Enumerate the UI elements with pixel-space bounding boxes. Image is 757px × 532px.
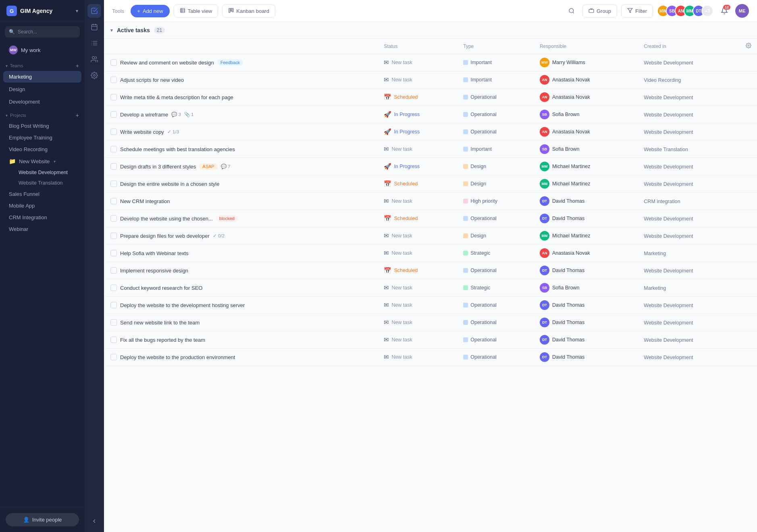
add-project-button[interactable]: +	[76, 112, 79, 118]
type-badge: Operational	[463, 94, 528, 100]
sidebar-item-webinar[interactable]: Webinar	[3, 224, 81, 235]
row-checkbox[interactable]	[110, 267, 117, 274]
row-checkbox[interactable]	[110, 337, 117, 343]
list-icon-btn[interactable]	[87, 36, 101, 50]
add-team-button[interactable]: +	[76, 62, 79, 69]
table-row[interactable]: Fix all the bugs reported by the team ✉ …	[104, 331, 757, 349]
task-name-text[interactable]: Develop a wireframe	[120, 112, 168, 118]
row-actions	[740, 227, 757, 245]
row-checkbox[interactable]	[110, 181, 117, 187]
table-row[interactable]: Write website copy✓ 1/3 🚀 In Progress Op…	[104, 123, 757, 141]
notifications-button[interactable]: 12	[717, 4, 731, 18]
table-view-button[interactable]: Table view	[174, 4, 218, 18]
task-name-text[interactable]: Deploy the website to the development ho…	[120, 302, 245, 308]
sidebar-item-marketing[interactable]: Marketing	[3, 71, 81, 83]
table-row[interactable]: Design drafts in 3 different stylesASAP💬…	[104, 158, 757, 175]
table-row[interactable]: Schedule meetings with best translation …	[104, 141, 757, 158]
sidebar-item-new-website[interactable]: 📁 New Website ▾	[3, 156, 81, 167]
row-checkbox[interactable]	[110, 129, 117, 135]
tasks-icon-btn[interactable]	[87, 4, 101, 18]
table-row[interactable]: Send new website link to the team ✉ New …	[104, 314, 757, 331]
sidebar-item-website-development[interactable]: Website Development	[3, 168, 81, 177]
sidebar-item-design[interactable]: Design	[3, 83, 81, 95]
task-name-text[interactable]: Deploy the website to the production env…	[120, 354, 235, 360]
row-checkbox[interactable]	[110, 319, 117, 326]
avatar-extra[interactable]: +3	[701, 5, 713, 17]
tools-tab[interactable]: Tools	[112, 8, 124, 14]
type-label: Important	[470, 146, 492, 152]
table-row[interactable]: Deploy the website to the development ho…	[104, 297, 757, 314]
table-row[interactable]: Conduct keyword research for SEO ✉ New t…	[104, 279, 757, 297]
row-checkbox[interactable]	[110, 77, 117, 83]
row-checkbox[interactable]	[110, 94, 117, 100]
task-name-text[interactable]: Review and comment on website design	[120, 60, 214, 66]
row-checkbox[interactable]	[110, 215, 117, 222]
table-row[interactable]: Implement responsive design 📅 Scheduled …	[104, 262, 757, 279]
invite-people-button[interactable]: 👤 Invite people	[6, 513, 79, 526]
table-row[interactable]: Help Sofia with Webinar texts ✉ New task…	[104, 245, 757, 262]
task-name-text[interactable]: Prepare design files for web developer	[120, 233, 210, 239]
user-avatar[interactable]: ME	[735, 4, 749, 18]
sidebar-item-blog-post[interactable]: Blog Post Writing	[3, 121, 81, 131]
sidebar-collapse-btn[interactable]	[87, 514, 101, 528]
task-name-text[interactable]: Implement responsive design	[120, 268, 188, 274]
task-name-text[interactable]: Write website copy	[120, 129, 164, 135]
sidebar-header[interactable]: G GIM Agency ▾	[0, 0, 85, 22]
sidebar-my-work[interactable]: MW My work	[3, 42, 81, 58]
invite-label: Invite people	[32, 517, 62, 523]
filter-button[interactable]: Filter	[621, 4, 653, 18]
sidebar-item-development[interactable]: Development	[3, 96, 81, 108]
group-button[interactable]: Group	[582, 4, 617, 18]
add-new-button[interactable]: + Add new	[131, 5, 169, 17]
row-checkbox[interactable]	[110, 163, 117, 170]
table-row[interactable]: New CRM integration ✉ New task High prio…	[104, 193, 757, 210]
table-row[interactable]: Design the entire website in a chosen st…	[104, 175, 757, 193]
task-name-text[interactable]: Design the entire website in a chosen st…	[120, 181, 219, 187]
sidebar-item-crm-integration[interactable]: CRM Integration	[3, 212, 81, 223]
task-name-text[interactable]: Send new website link to the team	[120, 320, 200, 326]
row-checkbox[interactable]	[110, 59, 117, 66]
row-checkbox[interactable]	[110, 354, 117, 360]
sidebar-item-website-translation[interactable]: Website Translation	[3, 178, 81, 188]
sidebar-item-mobile-app[interactable]: Mobile App	[3, 200, 81, 211]
table-row[interactable]: Write meta title & meta description for …	[104, 89, 757, 106]
search-button[interactable]	[565, 4, 578, 18]
row-checkbox[interactable]	[110, 233, 117, 239]
table-row[interactable]: Deploy the website to the production env…	[104, 349, 757, 366]
row-checkbox[interactable]	[110, 250, 117, 256]
table-row[interactable]: Develop a wireframe💬 3📎 1 🚀 In Progress …	[104, 106, 757, 123]
comment-count[interactable]: 💬 3	[171, 112, 181, 117]
task-name-text[interactable]: Adjust scripts for new video	[120, 77, 184, 83]
add-new-label: Add new	[143, 8, 163, 14]
task-name-text[interactable]: Develop the website using the chosen...	[120, 216, 213, 222]
sidebar-item-sales-funnel[interactable]: Sales Funnel	[3, 189, 81, 200]
task-name-text[interactable]: Schedule meetings with best translation …	[120, 146, 235, 152]
search-input[interactable]: 🔍 Search...	[5, 26, 80, 37]
table-row[interactable]: Review and comment on website designFeed…	[104, 54, 757, 71]
task-name-text[interactable]: Design drafts in 3 different styles	[120, 164, 196, 170]
sidebar-item-video-recording[interactable]: Video Recording	[3, 144, 81, 155]
row-checkbox[interactable]	[110, 146, 117, 152]
table-row[interactable]: Develop the website using the chosen...b…	[104, 210, 757, 227]
task-name-text[interactable]: New CRM integration	[120, 198, 170, 204]
row-checkbox[interactable]	[110, 111, 117, 118]
attachment-count[interactable]: 📎 1	[184, 112, 194, 117]
task-name-text[interactable]: Fix all the bugs reported by the team	[120, 337, 205, 343]
table-row[interactable]: Adjust scripts for new video ✉ New task …	[104, 71, 757, 89]
calendar-icon-btn[interactable]	[87, 20, 101, 34]
row-checkbox[interactable]	[110, 302, 117, 308]
table-view-label: Table view	[188, 8, 212, 14]
table-row[interactable]: Prepare design files for web developer✓ …	[104, 227, 757, 245]
task-name-text[interactable]: Conduct keyword research for SEO	[120, 285, 202, 291]
task-name-text[interactable]: Help Sofia with Webinar texts	[120, 250, 189, 256]
row-checkbox[interactable]	[110, 198, 117, 204]
settings-icon-btn[interactable]	[87, 69, 101, 82]
comment-count[interactable]: 💬 7	[221, 164, 231, 169]
sidebar-item-employee-training[interactable]: Employee Training	[3, 132, 81, 143]
task-name-text[interactable]: Write meta title & meta description for …	[120, 94, 233, 100]
kanban-board-button[interactable]: Kanban board	[222, 4, 275, 18]
section-header[interactable]: ▾ Active tasks 21	[104, 22, 757, 39]
people-icon-btn[interactable]	[87, 52, 101, 66]
col-settings[interactable]	[740, 39, 757, 54]
row-checkbox[interactable]	[110, 285, 117, 291]
